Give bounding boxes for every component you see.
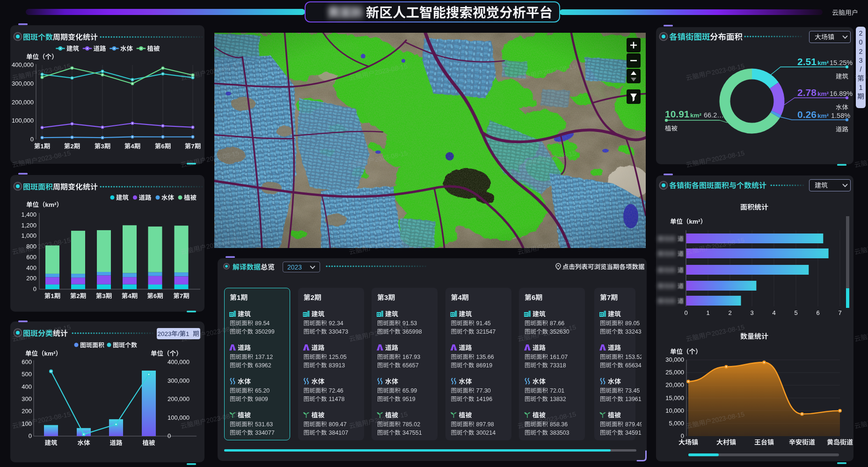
svg-text:2.78: 2.78 [797,87,817,98]
svg-text:km²: km² [817,59,829,66]
svg-text:2: 2 [859,29,863,37]
svg-text:65.99: 65.99 [402,387,417,394]
svg-text:879.49: 879.49 [625,421,643,428]
svg-text:6: 6 [153,292,157,299]
svg-text:1,200: 1,200 [22,222,37,229]
svg-text:73.45: 73.45 [625,387,640,394]
svg-text:1: 1 [237,293,241,301]
svg-text:785.02: 785.02 [402,421,420,428]
svg-text:153.52: 153.52 [625,354,643,360]
svg-text:92.34: 92.34 [329,320,343,327]
svg-text:/: / [178,330,180,337]
svg-text:2023: 2023 [157,330,171,337]
svg-text:16.89%: 16.89% [830,90,853,97]
svg-text:2023: 2023 [287,263,302,271]
svg-text:300214: 300214 [476,430,496,436]
svg-text:3: 3 [384,293,388,301]
svg-text:6: 6 [532,293,535,301]
svg-text:/: / [860,66,862,73]
svg-text:65634: 65634 [625,362,642,369]
svg-text:63962: 63962 [255,362,271,369]
svg-text:10,000: 10,000 [665,407,684,414]
svg-text:65.20: 65.20 [255,387,270,394]
svg-text:km²: km² [44,350,56,357]
svg-text:600: 600 [22,358,32,365]
svg-text:0: 0 [33,285,36,292]
svg-text:334077: 334077 [255,430,275,436]
svg-text:400,000: 400,000 [168,358,190,365]
svg-text:91.45: 91.45 [476,320,491,327]
svg-text:89.05: 89.05 [625,320,640,327]
svg-text:2: 2 [859,48,863,55]
svg-text:3: 3 [102,292,106,299]
svg-text:30,000: 30,000 [665,356,684,363]
svg-text:72.01: 72.01 [550,387,564,394]
svg-text:13961: 13961 [625,396,642,402]
svg-text:384107: 384107 [329,430,349,436]
svg-text:2: 2 [76,292,80,299]
svg-text:200: 200 [26,275,36,282]
svg-text:332432: 332432 [625,328,645,335]
svg-text:7: 7 [607,293,611,301]
svg-text:km²: km² [45,201,57,208]
svg-text:4: 4 [772,309,775,316]
svg-text:83913: 83913 [329,362,345,369]
svg-text:7: 7 [180,292,183,299]
svg-text:330473: 330473 [329,328,349,335]
svg-text:1: 1 [40,143,44,150]
svg-text:15,000: 15,000 [665,394,684,401]
svg-text:9809: 9809 [255,396,268,402]
svg-text:89.54: 89.54 [255,320,270,327]
svg-text:350299: 350299 [255,328,275,335]
svg-text:1.58%: 1.58% [831,112,850,119]
svg-text:4: 4 [128,292,131,299]
svg-text:1: 1 [859,84,863,91]
svg-text:25,000: 25,000 [665,369,684,376]
svg-text:0: 0 [30,136,34,143]
svg-text:15.25%: 15.25% [830,59,853,66]
svg-text:167.93: 167.93 [402,354,420,360]
svg-text:1: 1 [51,292,54,299]
svg-text:4: 4 [131,143,134,150]
svg-text:km²: km² [817,90,829,97]
svg-text:0: 0 [684,309,687,316]
svg-text:2: 2 [728,309,731,316]
svg-text:161.07: 161.07 [550,354,568,360]
svg-text:135.66: 135.66 [476,354,494,360]
svg-text:400,000: 400,000 [12,61,34,68]
svg-text:200,000: 200,000 [168,395,190,402]
svg-text:0.26: 0.26 [797,109,817,120]
svg-text:400: 400 [26,264,36,271]
svg-text:7: 7 [191,143,195,150]
svg-text:72.46: 72.46 [329,387,343,394]
svg-text:4: 4 [458,293,462,301]
svg-text:6: 6 [161,143,165,150]
svg-text:531.63: 531.63 [255,421,273,428]
svg-text:3: 3 [101,143,104,150]
svg-text:65657: 65657 [402,362,419,369]
svg-text:66.2…: 66.2… [704,111,724,119]
svg-text:0: 0 [681,432,684,439]
svg-text:2.51: 2.51 [797,56,817,67]
svg-text:77.30: 77.30 [476,387,491,394]
svg-text:9519: 9519 [402,396,416,402]
svg-text:125.05: 125.05 [329,354,347,360]
svg-text:2: 2 [70,143,74,150]
svg-text:200: 200 [22,408,32,415]
svg-text:5,000: 5,000 [669,420,685,427]
svg-text:321547: 321547 [476,328,496,335]
svg-text:809.47: 809.47 [329,421,347,428]
svg-text:86919: 86919 [476,362,493,369]
svg-text:300,000: 300,000 [168,377,190,384]
svg-text:300: 300 [22,395,32,402]
svg-text:400: 400 [22,383,32,390]
svg-text:347551: 347551 [402,430,422,436]
svg-text:5: 5 [794,309,797,316]
svg-text:100,000: 100,000 [168,414,190,421]
svg-text:73318: 73318 [550,362,566,369]
svg-text:2: 2 [311,293,314,301]
svg-text:300,000: 300,000 [12,80,34,87]
svg-text:km²: km² [690,112,702,119]
svg-text:km²: km² [817,112,829,119]
svg-text:13832: 13832 [550,396,566,402]
